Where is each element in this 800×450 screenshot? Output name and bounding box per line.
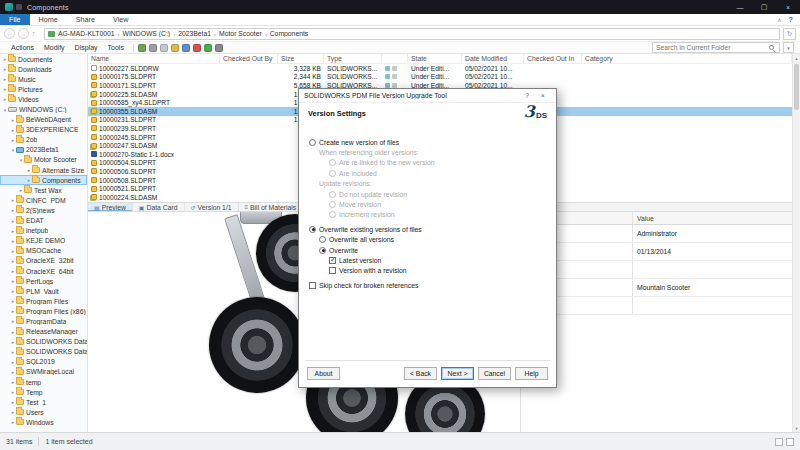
copy-icon[interactable] <box>149 44 157 52</box>
sidebar-item-test-1[interactable]: ▸Test_1 <box>0 397 87 407</box>
approve-icon[interactable] <box>204 44 212 52</box>
column-header-checked-out-by[interactable]: Checked Out By <box>220 54 278 63</box>
dialog-close-icon[interactable]: × <box>535 90 551 101</box>
property-row[interactable] <box>521 297 792 315</box>
close-button[interactable]: × <box>776 0 800 14</box>
ribbon-tab-view[interactable]: View <box>104 14 137 25</box>
column-header-date-modified[interactable]: Date Modified <box>462 54 524 63</box>
flag-icon[interactable] <box>193 44 201 52</box>
ribbon-tab-file[interactable]: File <box>0 14 30 25</box>
property-row[interactable] <box>521 261 792 279</box>
breadcrumb-item-2023beta1[interactable]: 2023Beta1 <box>178 30 211 37</box>
dialog-titlebar[interactable]: SOLIDWORKS PDM File Version Upgrade Tool… <box>299 89 556 103</box>
file-row-10000227-slddrw[interactable]: 10000227.SLDDRW3,328 KBSOLIDWORKS...Unde… <box>88 64 792 73</box>
cancel-button[interactable]: Cancel <box>478 367 511 380</box>
sidebar-item-cinfc-pdm[interactable]: ▸CINFC_PDM <box>0 195 87 205</box>
sidebar-item-perflogs[interactable]: ▸PerfLogs <box>0 276 87 286</box>
file-row-10000175-sldprt[interactable]: 10000175.SLDPRT2,344 KBSOLIDWORKS...Unde… <box>88 73 792 82</box>
sidebar-item-oraclexe-32bit[interactable]: ▸OracleXE_32bit <box>0 256 87 266</box>
sidebar-item-plm-vault[interactable]: ▸PLM_Vault <box>0 286 87 296</box>
property-row[interactable]: Administrator <box>521 225 792 243</box>
checkbox-unchecked[interactable] <box>309 282 316 289</box>
menu-actions[interactable]: Actions <box>6 44 39 51</box>
refresh-button[interactable]: ↻ <box>783 28 796 40</box>
sidebar-item-keje-demo[interactable]: ▸KEJE DEMO <box>0 236 87 246</box>
about-button[interactable]: About <box>307 367 340 380</box>
tab-version-1-1[interactable]: ↺Version 1/1 <box>185 203 239 211</box>
tab-preview[interactable]: ▤Preview <box>88 203 133 211</box>
sidebar-item-3dexperience[interactable]: ▸3DEXPERIENCE <box>0 125 87 135</box>
option-version-with-a-revision[interactable]: Version with a revision <box>309 266 548 276</box>
option-latest-version[interactable]: Latest version <box>309 255 548 265</box>
sidebar-item-releasemanager[interactable]: ▸ReleaseManager <box>0 327 87 337</box>
sidebar-item-motor-scooter[interactable]: ▾Motor Scooter <box>0 155 87 165</box>
sidebar-item-2ob[interactable]: ▸2ob <box>0 135 87 145</box>
sidebar-item-downloads[interactable]: ▸Downloads <box>0 64 87 74</box>
maximize-button[interactable]: ▢ <box>752 0 776 14</box>
property-row[interactable]: Mountain Scooter <box>521 279 792 297</box>
option-overwrite[interactable]: Overwrite <box>309 245 548 255</box>
ribbon-collapse-icon[interactable]: ∧ <box>777 16 781 23</box>
check-in-icon[interactable] <box>182 44 190 52</box>
menu-modify[interactable]: Modify <box>39 44 70 51</box>
help-button[interactable]: Help <box>515 367 548 380</box>
column-header-name[interactable]: Name <box>88 54 220 63</box>
sidebar-item-components[interactable]: ▸Components <box>0 175 87 185</box>
checkbox-checked[interactable] <box>329 257 336 264</box>
sidebar-item-program-files-x86[interactable]: ▸Program Files (x86) <box>0 306 87 316</box>
sidebar-item-solidworks-data-2[interactable]: ▸SOLIDWORKS Data (2) <box>0 347 87 357</box>
back-button-dialog[interactable]: < Back <box>404 367 437 380</box>
sidebar-item-edat[interactable]: ▸EDAT <box>0 216 87 226</box>
sidebar-item-temp[interactable]: ▸Temp <box>0 387 87 397</box>
sidebar-item-2-s-news[interactable]: ▸2(S)news <box>0 205 87 215</box>
sidebar-item-users[interactable]: ▸Users <box>0 407 87 417</box>
tab-bill-of-materials[interactable]: ≡Bill of Materials <box>239 203 304 211</box>
column-header-type[interactable]: Type <box>324 54 382 63</box>
minimize-button[interactable]: — <box>728 0 752 14</box>
sidebar-item-windows[interactable]: ▸Windows <box>0 417 87 427</box>
sidebar-item-temp[interactable]: ▸temp <box>0 377 87 387</box>
breadcrumb-item-motor-scooter[interactable]: Motor Scooter <box>219 30 262 37</box>
column-header-checked-out-in[interactable]: Checked Out In <box>524 54 582 63</box>
search-options-button[interactable]: ▾ <box>783 42 794 53</box>
sidebar-item-videos[interactable]: ▸Videos <box>0 94 87 104</box>
sidebar-item-bewebdagent[interactable]: ▸BeWebDAgent <box>0 115 87 125</box>
forward-button[interactable]: → <box>18 28 29 39</box>
dialog-help-icon[interactable]: ? <box>519 90 535 101</box>
next-button[interactable]: Next > <box>441 367 474 380</box>
sidebar-item-documents[interactable]: ▸Documents <box>0 54 87 64</box>
option-overwrite-all-versions[interactable]: Overwrite all versions <box>309 235 548 245</box>
menu-display[interactable]: Display <box>70 44 103 51</box>
radio-unchecked[interactable] <box>319 236 326 243</box>
option-overwrite-existing-versions-of-files[interactable]: Overwrite existing versions of files <box>309 224 548 234</box>
thumbnail-view-icon[interactable] <box>786 438 794 446</box>
sidebar-item-solidworks-data[interactable]: ▸SOLIDWORKS Data <box>0 337 87 347</box>
breadcrumb-item-windows-c[interactable]: WINDOWS (C:) <box>123 30 171 37</box>
sidebar-item-program-files[interactable]: ▸Program Files <box>0 296 87 306</box>
paste-icon[interactable] <box>160 44 168 52</box>
details-view-icon[interactable] <box>775 438 783 446</box>
tab-data-card[interactable]: ▣Data Card <box>133 203 185 211</box>
sidebar-item-windows-c[interactable]: ▾WINDOWS (C:) <box>0 104 87 114</box>
radio-checked[interactable] <box>319 247 326 254</box>
ribbon-help-icon[interactable]: ? <box>789 15 793 24</box>
option-create-new-version-of-files[interactable]: Create new version of files <box>309 137 548 147</box>
property-row[interactable]: 01/13/2014 <box>521 243 792 261</box>
breadcrumb-item-components[interactable]: Components <box>270 30 309 37</box>
sidebar-item-music[interactable]: ▸Music <box>0 74 87 84</box>
column-header-size[interactable]: Size <box>278 54 324 63</box>
scrollbar-thumb[interactable] <box>794 64 799 110</box>
print-icon[interactable] <box>215 44 223 52</box>
sidebar-item-msocache[interactable]: ▸MSOCache <box>0 246 87 256</box>
vertical-scrollbar[interactable]: ▲ ▼ <box>792 54 800 432</box>
sidebar-item-programdata[interactable]: ▸ProgramData <box>0 316 87 326</box>
sidebar-item-inetpub[interactable]: ▸inetpub <box>0 226 87 236</box>
sidebar-item-alternate-size[interactable]: ▸Alternate Size <box>0 165 87 175</box>
check-out-icon[interactable] <box>171 44 179 52</box>
sidebar-item-sql2019[interactable]: ▸SQL2019 <box>0 357 87 367</box>
checkbox-unchecked[interactable] <box>329 267 336 274</box>
radio-unchecked[interactable] <box>309 139 316 146</box>
sidebar-item-oraclexe-64bit[interactable]: ▸OracleXE_64bit <box>0 266 87 276</box>
menu-tools[interactable]: Tools <box>103 44 129 51</box>
column-header-state[interactable]: State <box>408 54 462 63</box>
